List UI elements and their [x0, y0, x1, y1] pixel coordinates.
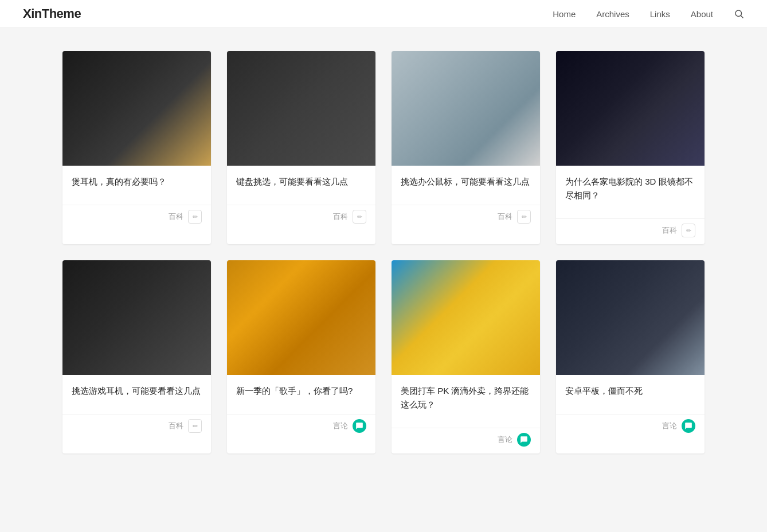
card-title: 美团打车 PK 滴滴外卖，跨界还能这么玩？	[401, 384, 531, 412]
card-title: 煲耳机，真的有必要吗？	[72, 175, 202, 189]
card-7: 美团打车 PK 滴滴外卖，跨界还能这么玩？ 言论	[392, 260, 540, 453]
card-title: 安卓平板，僵而不死	[565, 384, 695, 398]
card-body: 挑选办公鼠标，可能要看看这几点	[392, 166, 540, 205]
card-image	[392, 260, 540, 375]
edit-icon[interactable]	[188, 210, 202, 224]
card-title: 为什么各家电影院的 3D 眼镜都不尽相同？	[565, 175, 695, 202]
card-title: 挑选办公鼠标，可能要看看这几点	[401, 175, 531, 189]
site-header: XinTheme Home Archives Links About	[0, 0, 767, 28]
article-grid: 煲耳机，真的有必要吗？ 百科 键盘挑选，可能要看看这几点 百科 挑选办公鼠标，可…	[62, 51, 705, 453]
edit-icon[interactable]	[517, 210, 531, 224]
card-footer: 百科	[556, 218, 705, 244]
card-footer: 百科	[62, 414, 211, 440]
edit-icon[interactable]	[682, 224, 695, 237]
card-category: 言论	[662, 421, 677, 431]
card-body: 安卓平板，僵而不死	[556, 375, 705, 414]
card-image	[556, 51, 705, 166]
card-category: 百科	[498, 212, 512, 222]
search-icon	[734, 9, 744, 19]
nav-about[interactable]: About	[691, 9, 713, 19]
card-body: 挑选游戏耳机，可能要看看这几点	[62, 375, 211, 414]
comment-svg	[520, 436, 528, 444]
card-6: 新一季的「歌手」，你看了吗? 言论	[227, 260, 375, 453]
card-footer: 言论	[392, 428, 540, 453]
edit-icon[interactable]	[188, 419, 202, 433]
card-image	[227, 51, 375, 166]
comment-icon[interactable]	[682, 419, 695, 433]
nav-archives[interactable]: Archives	[596, 9, 629, 19]
card-3: 挑选办公鼠标，可能要看看这几点 百科	[392, 51, 540, 244]
svg-line-1	[741, 15, 743, 18]
card-category: 百科	[169, 212, 183, 222]
card-image	[392, 51, 540, 166]
card-body: 新一季的「歌手」，你看了吗?	[227, 375, 375, 414]
nav-links[interactable]: Links	[650, 9, 670, 19]
card-8: 安卓平板，僵而不死 言论	[556, 260, 705, 453]
comment-svg	[355, 422, 363, 430]
card-image	[227, 260, 375, 375]
card-body: 煲耳机，真的有必要吗？	[62, 166, 211, 205]
card-2: 键盘挑选，可能要看看这几点 百科	[227, 51, 375, 244]
card-category: 百科	[169, 421, 183, 431]
card-image	[556, 260, 705, 375]
card-body: 美团打车 PK 滴滴外卖，跨界还能这么玩？	[392, 375, 540, 428]
card-category: 百科	[333, 212, 348, 222]
edit-icon[interactable]	[353, 210, 366, 224]
svg-point-0	[735, 10, 742, 17]
comment-icon[interactable]	[517, 433, 531, 447]
card-image	[62, 260, 211, 375]
card-image	[62, 51, 211, 166]
card-1: 煲耳机，真的有必要吗？ 百科	[62, 51, 211, 244]
comment-svg	[684, 422, 692, 430]
card-category: 言论	[498, 435, 512, 445]
card-title: 键盘挑选，可能要看看这几点	[236, 175, 366, 189]
card-body: 为什么各家电影院的 3D 眼镜都不尽相同？	[556, 166, 705, 218]
card-5: 挑选游戏耳机，可能要看看这几点 百科	[62, 260, 211, 453]
card-footer: 百科	[227, 205, 375, 230]
search-button[interactable]	[734, 9, 744, 19]
card-title: 挑选游戏耳机，可能要看看这几点	[72, 384, 202, 398]
nav-home[interactable]: Home	[553, 9, 576, 19]
main-content: 煲耳机，真的有必要吗？ 百科 键盘挑选，可能要看看这几点 百科 挑选办公鼠标，可…	[51, 51, 716, 453]
card-4: 为什么各家电影院的 3D 眼镜都不尽相同？ 百科	[556, 51, 705, 244]
card-footer: 言论	[556, 414, 705, 440]
card-title: 新一季的「歌手」，你看了吗?	[236, 384, 366, 398]
main-nav: Home Archives Links About	[553, 9, 744, 19]
site-logo[interactable]: XinTheme	[23, 6, 81, 21]
card-body: 键盘挑选，可能要看看这几点	[227, 166, 375, 205]
card-footer: 言论	[227, 414, 375, 440]
card-category: 言论	[333, 421, 348, 431]
comment-icon[interactable]	[353, 419, 366, 433]
card-footer: 百科	[62, 205, 211, 230]
card-category: 百科	[662, 225, 677, 236]
card-footer: 百科	[392, 205, 540, 230]
